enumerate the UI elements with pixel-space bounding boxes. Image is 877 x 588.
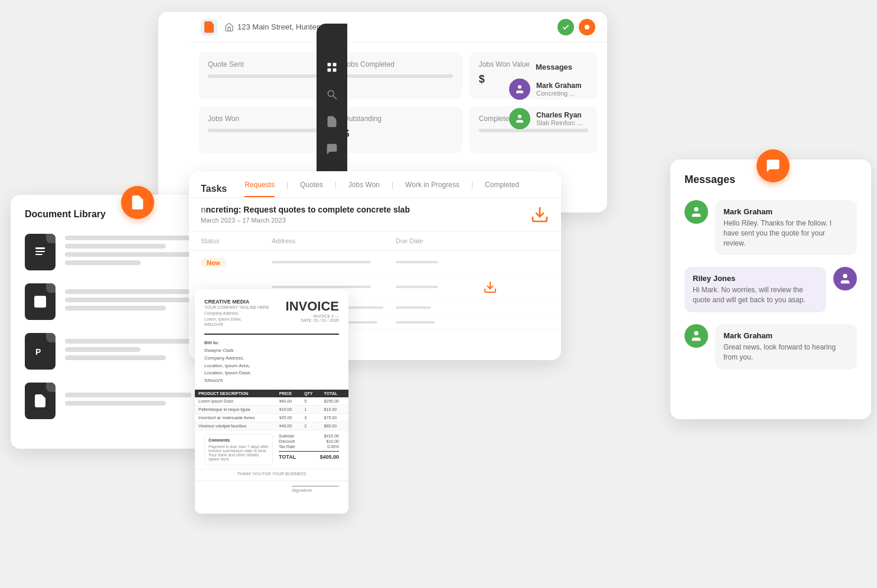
task-description-content: nncreting: Request quotes to complete co… [201,205,530,224]
task-desc-prefix: n [201,205,206,214]
doc-library-title: Document Library [25,209,191,220]
invoice-company-info: CREATIVE MEDIA YOUR COMPANY TAGLINE HERE… [204,299,269,328]
tab-requests[interactable]: Requests [244,181,275,197]
stat-title-jobs-won: Jobs Won [208,115,317,123]
col-header-due-date: Due Date [396,237,467,244]
doc-line [65,355,166,360]
doc-icon-image [25,283,56,320]
table-header-desc: PRODUCT DESCRIPTION [195,390,276,397]
doc-line [65,393,191,397]
stat-bar-jobs-completed [343,74,452,78]
doc-line [65,401,166,406]
tab-quotes[interactable]: Quotes [300,181,323,197]
invoice-bottom-section: Comments Payment is due max 7 days after… [195,430,348,469]
task-description-title: nncreting: Request quotes to complete co… [201,205,530,214]
client-name: Dwayne Clark [204,348,234,353]
chat-item-mark-1: Mark Graham Hello Riley. Thanks for the … [684,200,857,255]
sidebar-icon-search[interactable] [324,86,340,103]
text-doc-icon [33,245,47,259]
sidebar-icon-chat[interactable] [324,141,340,157]
table-row: Lorem Ipsum Dolor ¥60.00 5 $250.00 [195,397,348,406]
bill-to-label: Bill to: [204,340,219,345]
list-item[interactable] [25,234,191,270]
chat-name-riley: Riley Jones [693,274,818,283]
message-item-charles[interactable]: Charles Ryan Slab Reinforc ... [509,108,599,129]
line-qty-4: 2 [301,422,320,430]
person-icon-2 [514,113,525,124]
message-info-mark: Mark Graham Concreting ... [536,81,599,97]
svg-rect-21 [35,254,43,255]
avatar-mark-2 [684,324,708,348]
line-total-1: $250.00 [321,397,348,406]
total-value: $405.00 [319,454,339,460]
subtotal-value: $415.00 [324,434,339,438]
stat-card-jobs-completed: Jobs Completed [334,52,462,99]
line-desc-1: Lorem Ipsum Dolor [195,397,276,406]
download-icon-1 [530,205,549,224]
tax-label: Tax Rate [279,445,295,449]
chat-name-mark-2: Mark Graham [723,331,849,340]
message-preview-mark: Concreting ... [536,90,599,97]
due-date-cell-3 [396,306,467,309]
list-item[interactable] [25,383,191,419]
doc-orange-fab[interactable] [121,186,154,219]
tasks-tabs: Requests | Quotes | Jobs Won | Work in P… [244,181,519,197]
stat-bar-quote-sent [208,74,317,78]
doc-line [65,244,166,249]
line-qty-3: 3 [301,413,320,422]
line-total-2: $10.00 [321,405,348,413]
doc-line [65,339,191,344]
message-info-charles: Charles Ryan Slab Reinforc ... [536,111,599,126]
avatar-charles-ryan [509,108,530,129]
message-preview-charles: Slab Reinforc ... [536,119,599,126]
svg-rect-3 [333,68,337,72]
address-cell-2 [272,286,396,288]
svg-rect-2 [328,68,331,72]
line-desc-4: Vivamus volutpat faucibus [195,422,276,430]
header-notification-green[interactable] [558,19,574,35]
invoice-date-value: 01 / 01 / 2026 [314,318,339,322]
download-button-2[interactable] [467,280,514,294]
tab-jobs-won[interactable]: Jobs Won [348,181,380,197]
chat-item-mark-2: Mark Graham Great news, look forward to … [684,324,857,370]
doc-line [65,289,191,294]
total-row: TOTAL $405.00 [279,451,339,460]
stat-bar-jobs-won [208,129,317,132]
download-button-1[interactable] [530,205,549,224]
chat-orange-fab[interactable] [757,149,790,182]
sidebar-icon-grid[interactable] [324,59,340,76]
chat-text-mark-2: Great news, look forward to hearing from… [723,342,849,362]
stat-value-outstanding: $ [343,128,452,140]
signature-label: Signature [292,488,339,493]
tasks-header: Tasks Requests | Quotes | Jobs Won | Wor… [189,171,561,198]
line-price-4: ¥40.00 [276,422,301,430]
message-item-mark[interactable]: Mark Graham Concreting ... [509,79,599,100]
line-price-2: ¥10.00 [276,405,301,413]
list-item[interactable] [25,283,191,320]
invoice-number: INVOICE # --- [286,314,339,318]
invoice-bill-to: Bill to: Dwayne Clark Company Address,Lo… [195,335,348,390]
sidebar-icon-document[interactable] [324,113,340,130]
header-notification-orange[interactable] [579,19,595,35]
table-row[interactable]: New [189,251,561,274]
svg-line-5 [334,96,337,99]
tab-separator-1: | [286,181,288,197]
line-price-3: ¥25.00 [276,413,301,422]
doc-icon-pdf [25,383,56,419]
doc-lines-1 [65,236,191,269]
table-header-qty: QTY [301,390,320,397]
tab-work-in-progress[interactable]: Work in Progress [405,181,459,197]
action-cell-2 [467,280,514,294]
invoice-company-name: CREATIVE MEDIA [204,299,269,305]
avatar-mark-graham [509,79,530,100]
message-name-mark: Mark Graham [536,81,599,90]
list-item[interactable]: P [25,333,191,370]
person-icon-mark [690,205,703,218]
svg-point-29 [843,274,847,278]
stat-title-jobs-completed: Jobs Completed [343,60,452,68]
download-icon-2 [483,280,497,294]
tab-completed[interactable]: Completed [485,181,519,197]
avatar-riley [833,267,857,290]
chat-bubble-mark-1: Mark Graham Hello Riley. Thanks for the … [715,200,857,255]
status-badge: New [201,257,272,267]
